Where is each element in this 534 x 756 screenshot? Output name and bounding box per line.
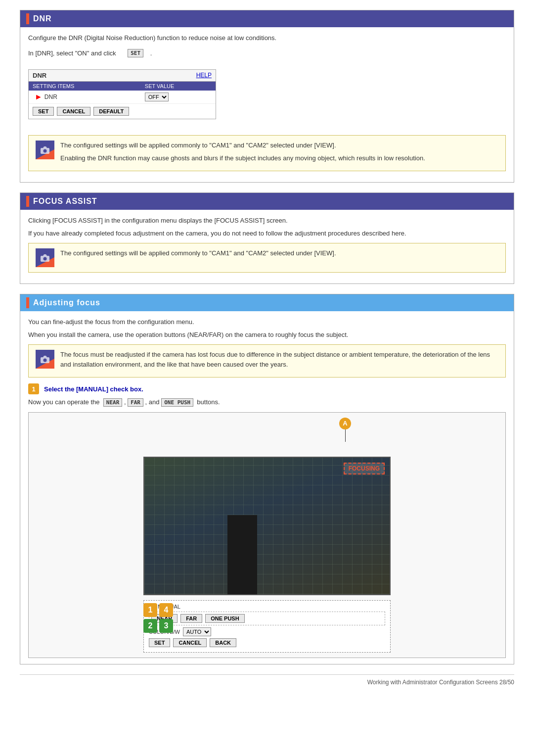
dnr-cancel-button[interactable]: CANCEL [57,107,90,116]
col-set-value: SET VALUE [141,82,216,91]
footer-text: Working with Administrator Configuration… [367,679,514,686]
badges-col2: 4 3 [159,603,173,633]
focus-assist-header: FOCUS ASSIST [20,193,514,210]
step1-header: 1 Select the [MANUAL] check box. [28,383,506,394]
one-push-button[interactable]: ONE PUSH [205,614,244,623]
door-silhouette [227,515,257,594]
dnr-note-line2: Enabling the DNR function may cause ghos… [60,153,425,163]
focus-camera-icon [40,252,50,263]
adjusting-focus-title: Adjusting focus [33,298,100,307]
camera-screen: FOCUSING [143,457,391,595]
page-footer: Working with Administrator Configuration… [20,674,514,686]
dnr-screen-title: DNR [33,72,46,79]
dnr-table: SETTING ITEMS SET VALUE ► DNR [29,82,216,104]
svg-point-7 [44,359,47,362]
dnr-set-inline-btn: SET [128,49,143,57]
step1-title: Select the [MANUAL] check box. [44,385,143,393]
step1-number: 1 [28,383,39,394]
focus-assist-title: FOCUS ASSIST [33,197,97,206]
focus-assist-section: FOCUS ASSIST Clicking [FOCUS ASSIST] in … [20,192,514,284]
dnr-dropdown[interactable]: OFF ON [145,93,169,101]
dnr-description: Configure the DNR (Digital Noise Reducti… [28,33,506,43]
dnr-set-button[interactable]: SET [33,107,54,116]
dnr-instruction-text: In [DNR], select "ON" and click [28,49,116,57]
adjusting-camera-icon [40,354,50,365]
focus-note-icon [36,248,54,267]
control-panel: ✓ MANUAL NEAR FAR ONE PUSH COLOR/B/W AUT… [143,600,391,653]
dnr-note-box: The configured settings will be applied … [28,135,506,171]
dnr-note-line1: The configured settings will be applied … [60,141,425,150]
set-cancel-back-row: SET CANCEL BACK [149,638,385,647]
badge-2: 2 [143,619,157,633]
dnr-screen-header: DNR HELP [29,70,216,82]
manual-row: ✓ MANUAL [149,604,385,610]
point-a-container: A [143,418,391,442]
cancel-button[interactable]: CANCEL [173,638,207,647]
col-setting-items: SETTING ITEMS [29,82,141,91]
far-btn-inline: FAR [128,398,143,407]
camera-icon [40,144,50,155]
svg-marker-8 [43,356,47,357]
dnr-screen-wrapper: DNR HELP SETTING ITEMS SET VALUE ► [28,60,506,131]
adjusting-focus-content: You can fine-adjust the focus from the c… [20,311,514,664]
dnr-note-text: The configured settings will be applied … [60,141,425,166]
camera-diagram: A FOCUSING ✓ M [28,412,506,658]
adjust-accent-bar [26,297,29,308]
dnr-content: Configure the DNR (Digital Noise Reducti… [20,27,514,182]
adjusting-note-text: The focus must be readjusted if the came… [60,350,498,369]
arrow-icon: ► [33,93,43,101]
dnr-section: DNR Configure the DNR (Digital Noise Red… [20,10,514,183]
step1-pre-text: Now you can operate the [28,398,100,406]
focus-assist-note: The configured settings will be applied … [60,248,336,258]
point-a-badge: A [339,418,351,429]
focus-accent-bar [26,196,29,207]
dnr-default-button[interactable]: DEFAULT [93,107,129,116]
adjusting-note-box: The focus must be readjusted if the came… [28,344,506,378]
one-push-btn-inline: ONE PUSH [161,398,193,407]
dnr-screen: DNR HELP SETTING ITEMS SET VALUE ► [28,69,216,120]
svg-marker-5 [43,254,47,256]
adjusting-focus-section: Adjusting focus You can fine-adjust the … [20,294,514,664]
back-button[interactable]: BACK [210,638,236,647]
dnr-title: DNR [33,14,52,23]
color-bw-select[interactable]: AUTO [183,627,211,636]
adjusting-note-icon [36,350,54,369]
badges-container: 1 2 4 3 [143,603,173,633]
focus-assist-content: Clicking [FOCUS ASSIST] in the configura… [20,210,514,284]
badge-3: 3 [159,619,173,633]
dnr-table-row: ► DNR OFF ON [29,91,216,104]
set-button[interactable]: SET [149,638,170,647]
point-a-line [345,429,346,442]
note-icon [36,141,54,159]
near-far-row: NEAR FAR ONE PUSH [149,612,385,625]
adjusting-focus-header: Adjusting focus [20,294,514,311]
svg-point-1 [44,149,47,153]
focus-assist-desc1: Clicking [FOCUS ASSIST] in the configura… [28,216,506,226]
badges-col: 1 2 [143,603,157,633]
dnr-instruction-row: In [DNR], select "ON" and click SET . [28,49,506,57]
camera-inner [144,458,390,594]
step1-desc: Now you can operate the NEAR , FAR , and… [28,397,506,407]
near-btn-inline: NEAR [103,398,123,407]
focusing-badge: FOCUSING [344,463,385,474]
far-button[interactable]: FAR [180,614,202,623]
dnr-screen-help[interactable]: HELP [196,72,212,79]
dnr-section-header: DNR [20,10,514,27]
dnr-buttons: SET CANCEL DEFAULT [29,104,216,119]
dnr-row-label: DNR [44,94,57,100]
color-bw-row: COLOR/B/W AUTO [149,627,385,636]
adjusting-desc2: When you install the camera, use the ope… [28,330,506,340]
svg-marker-2 [43,146,47,148]
badge-1: 1 [143,603,157,617]
svg-point-4 [44,257,47,261]
camera-wrapper: A FOCUSING ✓ M [143,418,391,653]
focus-assist-desc2: If you have already completed focus adju… [28,229,506,238]
step1-post-text: buttons. [197,398,220,406]
badge-4: 4 [159,603,173,617]
point-a-indicator: A [339,418,351,442]
focus-assist-note-box: The configured settings will be applied … [28,243,506,273]
accent-bar [26,13,29,24]
adjusting-desc1: You can fine-adjust the focus from the c… [28,317,506,327]
